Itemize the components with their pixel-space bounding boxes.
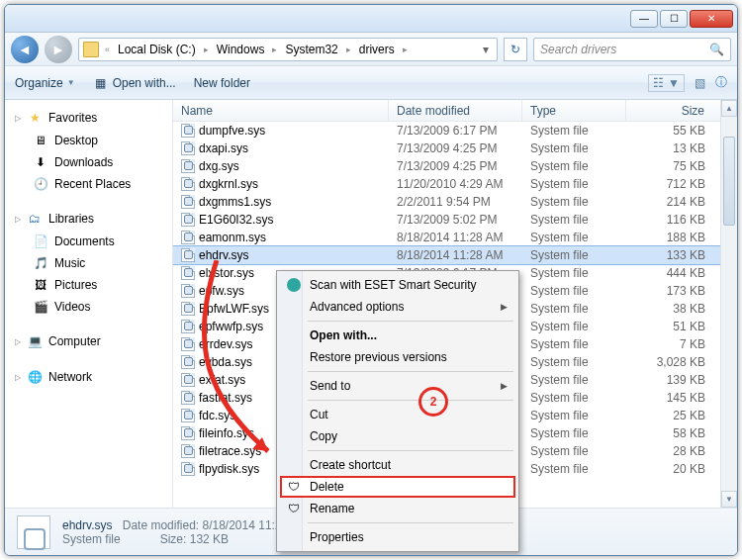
ctx-restore-versions[interactable]: Restore previous versions xyxy=(280,346,515,368)
file-date: 2/2/2011 9:54 PM xyxy=(389,195,522,209)
file-row[interactable]: E1G60I32.sys7/13/2009 5:02 PMSystem file… xyxy=(173,211,737,229)
eset-icon xyxy=(287,278,301,292)
file-name: fileinfo.sys xyxy=(199,426,254,440)
ctx-send-to[interactable]: Send to▶ xyxy=(280,375,515,397)
sysfile-icon xyxy=(181,248,195,262)
context-menu: Scan with ESET Smart Security Advanced o… xyxy=(276,270,519,552)
organize-button[interactable]: Organize▼ xyxy=(15,76,75,90)
file-row[interactable]: dxg.sys7/13/2009 4:25 PMSystem file75 KB xyxy=(173,157,737,175)
details-filename: ehdrv.sys xyxy=(62,518,112,532)
close-button[interactable]: ✕ xyxy=(690,10,733,28)
back-button[interactable]: ◄ xyxy=(11,36,39,63)
forward-button[interactable]: ► xyxy=(45,36,72,63)
sysfile-icon xyxy=(181,124,195,138)
explorer-window: — ☐ ✕ ◄ ► « Local Disk (C:) ▸ Windows ▸ … xyxy=(4,4,738,556)
sysfile-icon xyxy=(181,373,195,387)
file-row[interactable]: dumpfve.sys7/13/2009 6:17 PMSystem file5… xyxy=(173,122,737,140)
scroll-up-button[interactable]: ▲ xyxy=(721,100,737,117)
vertical-scrollbar[interactable]: ▲ ▼ xyxy=(720,100,737,508)
col-name[interactable]: Name xyxy=(173,100,389,121)
file-type: System file xyxy=(522,124,626,138)
file-name: ehdrv.sys xyxy=(199,248,248,262)
crumb-windows[interactable]: Windows xyxy=(215,43,267,56)
crumb-drivers[interactable]: drivers xyxy=(357,43,397,56)
ctx-properties[interactable]: Properties xyxy=(280,526,515,548)
ctx-rename[interactable]: 🛡Rename xyxy=(280,498,515,519)
sidebar-item-documents[interactable]: 📄Documents xyxy=(9,231,168,252)
sysfile-icon xyxy=(181,444,195,458)
computer-header[interactable]: ▷💻Computer xyxy=(9,329,168,353)
chevron-icon: « xyxy=(103,45,112,54)
caret-icon: ▷ xyxy=(15,337,21,346)
refresh-button[interactable]: ↻ xyxy=(504,38,527,61)
col-date[interactable]: Date modified xyxy=(389,100,522,121)
libraries-header[interactable]: ▷🗂Libraries xyxy=(9,207,168,231)
sidebar-item-pictures[interactable]: 🖼Pictures xyxy=(9,274,168,296)
file-name: exfat.sys xyxy=(199,373,245,387)
libraries-icon: 🗂 xyxy=(27,211,43,227)
file-name: evbda.sys xyxy=(199,355,252,369)
sidebar-item-recent[interactable]: 🕘Recent Places xyxy=(9,173,168,195)
file-name: flpydisk.sys xyxy=(199,462,259,476)
scroll-thumb[interactable] xyxy=(723,137,735,226)
file-name: dxg.sys xyxy=(199,159,239,173)
preview-pane-button[interactable]: ▧ xyxy=(695,76,705,90)
sidebar-item-videos[interactable]: 🎬Videos xyxy=(9,296,168,318)
navigation-pane: ▷★Favorites 🖥Desktop ⬇Downloads 🕘Recent … xyxy=(5,100,173,508)
crumb-root[interactable]: Local Disk (C:) xyxy=(116,43,198,56)
sysfile-icon xyxy=(181,141,195,155)
col-type[interactable]: Type xyxy=(522,100,626,121)
ctx-advanced-options[interactable]: Advanced options▶ xyxy=(280,296,515,318)
caret-icon: ▷ xyxy=(15,215,21,224)
file-type: System file xyxy=(522,177,626,191)
file-row[interactable]: dxapi.sys7/13/2009 4:25 PMSystem file13 … xyxy=(173,140,737,157)
sysfile-icon xyxy=(181,177,195,191)
search-input[interactable]: Search drivers 🔍 xyxy=(533,38,731,61)
file-row[interactable]: ehdrv.sys8/18/2014 11:28 AMSystem file13… xyxy=(173,246,737,264)
newfolder-button[interactable]: New folder xyxy=(194,76,250,90)
file-type: System file xyxy=(522,159,626,173)
file-type: System file xyxy=(522,302,626,316)
minimize-button[interactable]: — xyxy=(630,10,658,28)
sidebar-item-downloads[interactable]: ⬇Downloads xyxy=(9,151,168,173)
sysfile-icon xyxy=(181,426,195,440)
sysfile-icon xyxy=(181,462,195,476)
ctx-scan-eset[interactable]: Scan with ESET Smart Security xyxy=(280,274,515,296)
file-row[interactable]: eamonm.sys8/18/2014 11:28 AMSystem file1… xyxy=(173,229,737,246)
file-row[interactable]: dxgmms1.sys2/2/2011 9:54 PMSystem file21… xyxy=(173,193,737,211)
titlebar: — ☐ ✕ xyxy=(5,5,737,33)
address-bar[interactable]: « Local Disk (C:) ▸ Windows ▸ System32 ▸… xyxy=(78,38,498,61)
scroll-down-button[interactable]: ▼ xyxy=(721,491,737,508)
file-name: fastfat.sys xyxy=(199,391,252,405)
ctx-delete[interactable]: 🛡Delete xyxy=(280,476,515,498)
music-icon: 🎵 xyxy=(33,255,48,271)
openwith-button[interactable]: ▦Open with... xyxy=(93,75,176,91)
sysfile-icon xyxy=(181,266,195,280)
ctx-open-with[interactable]: Open with... xyxy=(280,325,515,346)
address-dropdown[interactable]: ▾ xyxy=(479,43,493,56)
computer-icon: 💻 xyxy=(27,333,43,349)
file-name: epfwwfp.sys xyxy=(199,320,263,333)
file-name: elxstor.sys xyxy=(199,266,254,280)
crumb-system32[interactable]: System32 xyxy=(283,43,339,56)
sysfile-icon xyxy=(181,302,195,316)
file-name: dxgkrnl.sys xyxy=(199,177,258,191)
file-row[interactable]: dxgkrnl.sys11/20/2010 4:29 AMSystem file… xyxy=(173,175,737,193)
maximize-button[interactable]: ☐ xyxy=(660,10,688,28)
caret-icon: ▷ xyxy=(15,114,21,123)
folder-icon xyxy=(83,42,99,57)
help-button[interactable]: ⓘ xyxy=(715,74,727,91)
file-type: System file xyxy=(522,391,626,405)
ctx-create-shortcut[interactable]: Create shortcut xyxy=(280,454,515,476)
file-type: System file xyxy=(522,355,626,369)
downloads-icon: ⬇ xyxy=(33,154,48,170)
sidebar-item-music[interactable]: 🎵Music xyxy=(9,252,168,274)
favorites-header[interactable]: ▷★Favorites xyxy=(9,106,168,130)
sysfile-icon xyxy=(181,195,195,209)
ctx-copy[interactable]: Copy xyxy=(280,425,515,447)
file-type: System file xyxy=(522,266,626,280)
sidebar-item-desktop[interactable]: 🖥Desktop xyxy=(9,130,168,151)
view-button[interactable]: ☷ ▼ xyxy=(648,74,685,92)
network-header[interactable]: ▷🌐Network xyxy=(9,365,168,389)
ctx-cut[interactable]: Cut xyxy=(280,404,515,425)
